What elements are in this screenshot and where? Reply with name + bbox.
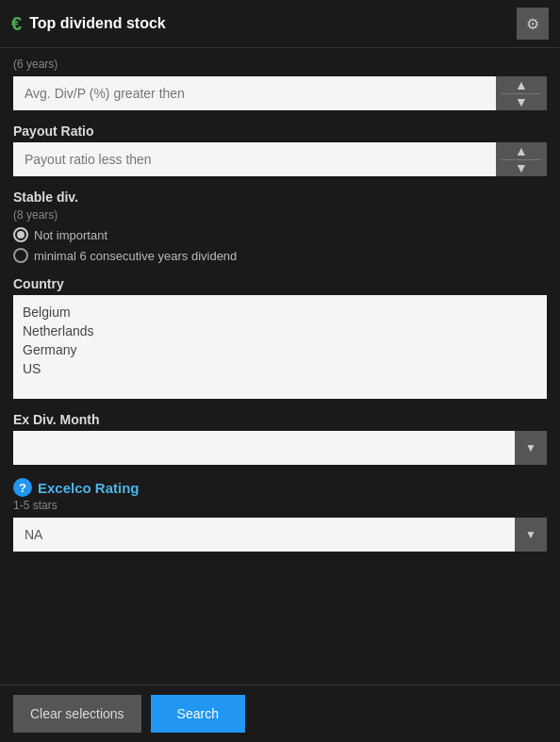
excelco-rating-select-wrap: NA 1 2 3 4 5 ▼ [13, 518, 547, 552]
country-listbox[interactable]: Belgium Netherlands Germany US [13, 295, 547, 399]
payout-ratio-input-row: ▲ ▼ [13, 142, 547, 176]
radio-not-important[interactable]: Not important [13, 227, 547, 242]
search-button[interactable]: Search [151, 695, 245, 733]
payout-ratio-down-button[interactable]: ▼ [496, 160, 547, 177]
avg-div-sublabel: (6 years) [13, 58, 547, 71]
payout-ratio-title: Payout Ratio [13, 124, 547, 139]
clear-selections-button[interactable]: Clear selections [13, 695, 141, 733]
avg-div-input[interactable] [13, 76, 496, 110]
payout-ratio-up-button[interactable]: ▲ [496, 142, 547, 159]
payout-ratio-input[interactable] [13, 142, 496, 176]
euro-icon: € [11, 13, 22, 35]
country-item-us[interactable]: US [23, 359, 537, 378]
excelco-rating-title: Excelco Rating [38, 480, 140, 496]
radio-label-not-important: Not important [34, 228, 107, 242]
header-left: € Top dividend stock [11, 13, 166, 35]
stable-div-title: Stable div. [13, 190, 547, 205]
radio-circle-consecutive [13, 248, 28, 263]
ex-div-month-section: Ex Div. Month January February March Apr… [13, 412, 547, 465]
stable-div-section: Stable div. (8 years) Not important mini… [13, 190, 547, 263]
stable-div-radio-group: Not important minimal 6 consecutive year… [13, 227, 547, 263]
excelco-rating-sublabel: 1-5 stars [13, 499, 547, 512]
main-content: (6 years) ▲ ▼ Payout Ratio ▲ ▼ Stable di… [0, 48, 560, 677]
country-item-germany[interactable]: Germany [23, 340, 537, 359]
question-icon: ? [13, 478, 32, 497]
avg-div-input-row: ▲ ▼ [13, 76, 547, 110]
radio-label-consecutive: minimal 6 consecutive years dividend [34, 249, 237, 263]
avg-div-up-button[interactable]: ▲ [496, 76, 547, 93]
excelco-rating-section: ? Excelco Rating 1-5 stars NA 1 2 3 4 5 … [13, 478, 547, 552]
avg-div-down-button[interactable]: ▼ [496, 94, 547, 111]
radio-circle-not-important [13, 227, 28, 242]
settings-button[interactable]: ⚙ [517, 8, 549, 40]
ex-div-month-select[interactable]: January February March April May June Ju… [13, 431, 547, 465]
country-item-belgium[interactable]: Belgium [23, 303, 537, 322]
ex-div-month-title: Ex Div. Month [13, 412, 547, 427]
excelco-rating-header: ? Excelco Rating [13, 478, 547, 497]
excelco-rating-select[interactable]: NA 1 2 3 4 5 [13, 518, 547, 552]
country-list-wrap: Belgium Netherlands Germany US [13, 295, 547, 399]
stable-div-sublabel: (8 years) [13, 208, 547, 222]
app-title: Top dividend stock [29, 15, 166, 32]
ex-div-month-select-wrap: January February March April May June Ju… [13, 431, 547, 465]
country-section: Country Belgium Netherlands Germany US [13, 276, 547, 399]
avg-div-arrows: ▲ ▼ [496, 76, 547, 110]
avg-div-section: (6 years) ▲ ▼ [13, 58, 547, 110]
payout-ratio-arrows: ▲ ▼ [496, 142, 547, 176]
country-title: Country [13, 276, 547, 291]
radio-consecutive[interactable]: minimal 6 consecutive years dividend [13, 248, 547, 263]
country-item-netherlands[interactable]: Netherlands [23, 322, 537, 340]
payout-ratio-section: Payout Ratio ▲ ▼ [13, 124, 547, 176]
app-header: € Top dividend stock ⚙ [0, 0, 560, 48]
footer: Clear selections Search [0, 684, 560, 742]
